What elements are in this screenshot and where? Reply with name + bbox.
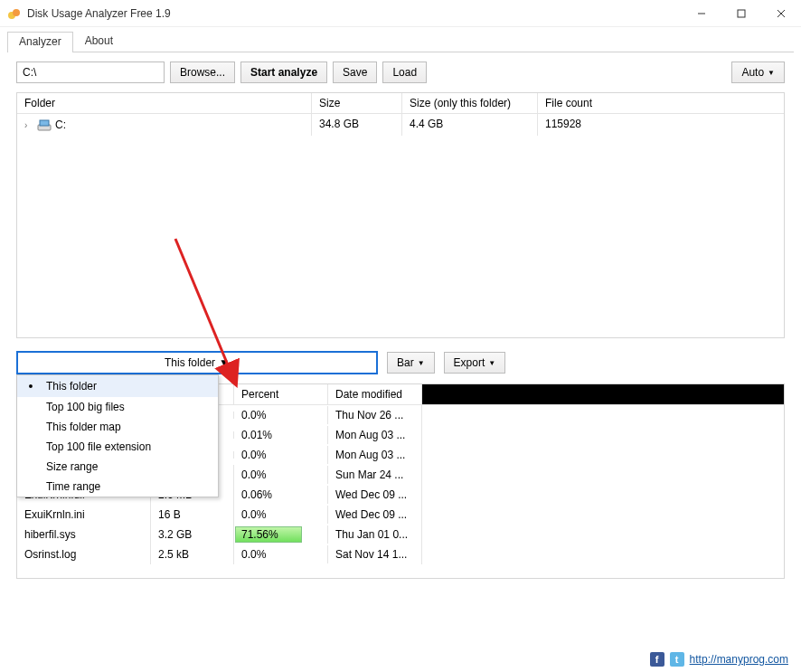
drive-icon: [37, 118, 52, 132]
file-percent: 0.0%: [234, 446, 328, 464]
twitter-icon[interactable]: t: [670, 652, 684, 667]
auto-button[interactable]: Auto▼: [731, 62, 785, 83]
dropdown-item-label: Top 100 file extension: [46, 440, 151, 453]
maximize-button[interactable]: [721, 0, 761, 27]
tree-header-size[interactable]: Size: [312, 93, 402, 113]
path-input[interactable]: [16, 62, 165, 83]
view-dropdown-item[interactable]: Size range: [17, 457, 218, 477]
tab-analyzer[interactable]: Analyzer: [7, 32, 73, 52]
window-title: Disk Usage Analyzer Free 1.9: [27, 7, 682, 20]
file-percent: 0.0%: [234, 506, 328, 524]
dropdown-item-label: Top 100 big files: [46, 401, 125, 413]
tree-header-count[interactable]: File count: [538, 93, 610, 113]
footer: f t http://manyprog.com: [650, 652, 788, 667]
dropdown-item-label: Size range: [46, 460, 98, 473]
folder-tree-panel: Folder Size Size (only this folder) File…: [16, 92, 785, 338]
browse-button[interactable]: Browse...: [170, 62, 235, 83]
file-date: Thu Nov 26 ...: [328, 405, 422, 425]
close-button[interactable]: [761, 0, 801, 27]
chevron-down-icon: ▼: [418, 359, 425, 367]
file-row[interactable]: ExuiKrnln.ini16 B0.0%Wed Dec 09 ...: [17, 505, 784, 525]
file-percent: 0.01%: [234, 426, 328, 444]
view-dropdown-item[interactable]: Top 100 big files: [17, 397, 218, 417]
file-date: Sat Nov 14 1...: [328, 544, 422, 564]
tree-row-name: C:: [55, 118, 66, 131]
tree-header-folder[interactable]: Folder: [17, 93, 312, 113]
dropdown-item-label: This folder: [46, 380, 97, 393]
svg-rect-3: [738, 10, 745, 17]
tree-header-only[interactable]: Size (only this folder): [402, 93, 538, 113]
file-percent: 0.06%: [234, 486, 328, 504]
file-row[interactable]: Osrinst.log2.5 kB0.0%Sat Nov 14 1...: [17, 544, 784, 564]
files-header-rest: [422, 384, 784, 404]
file-name: hiberfil.sys: [17, 525, 151, 544]
view-dropdown-menu: •This folderTop 100 big filesThis folder…: [16, 374, 219, 497]
file-size: 3.2 GB: [151, 525, 234, 544]
files-header-percent[interactable]: Percent: [234, 384, 328, 404]
file-date: Sun Mar 24 ...: [328, 465, 422, 485]
file-name: ExuiKrnln.ini: [17, 505, 151, 525]
file-date: Mon Aug 03 ...: [328, 425, 422, 445]
svg-point-1: [13, 9, 20, 16]
view-dropdown-button[interactable]: This folder ▼: [16, 351, 378, 374]
file-date: Wed Dec 09 ...: [328, 505, 422, 525]
start-analyze-button[interactable]: Start analyze: [240, 62, 327, 83]
toolbar: Browse... Start analyze Save Load Auto▼: [0, 52, 801, 92]
chevron-down-icon: ▼: [768, 69, 775, 77]
file-size: 2.5 kB: [151, 544, 234, 564]
view-bar: This folder ▼ Bar▼ Export▼ •This folderT…: [0, 338, 801, 383]
dropdown-item-label: Time range: [46, 480, 100, 493]
files-header-date[interactable]: Date modified: [328, 384, 422, 404]
dropdown-item-label: This folder map: [46, 421, 121, 433]
file-percent: 0.0%: [234, 545, 328, 563]
file-date: Mon Aug 03 ...: [328, 445, 422, 465]
save-button[interactable]: Save: [333, 62, 377, 83]
view-dropdown-item[interactable]: This folder map: [17, 417, 218, 437]
expand-icon[interactable]: ›: [24, 120, 33, 130]
file-date: Wed Dec 09 ...: [328, 485, 422, 505]
tree-row[interactable]: › C: 34.8 GB 4.4 GB 115928: [17, 114, 784, 136]
titlebar: Disk Usage Analyzer Free 1.9: [0, 0, 801, 27]
homepage-link[interactable]: http://manyprog.com: [690, 653, 788, 666]
file-percent: 0.0%: [234, 466, 328, 484]
tab-about[interactable]: About: [73, 31, 125, 52]
minimize-button[interactable]: [682, 0, 721, 27]
file-date: Thu Jan 01 0...: [328, 525, 422, 544]
load-button[interactable]: Load: [382, 62, 427, 83]
export-button[interactable]: Export▼: [444, 352, 506, 374]
file-percent: 0.0%: [234, 406, 328, 424]
view-dropdown-label: This folder: [165, 356, 215, 369]
tree-header: Folder Size Size (only this folder) File…: [17, 93, 784, 114]
app-icon: [7, 6, 22, 21]
view-dropdown-item[interactable]: •This folder: [17, 375, 218, 397]
chevron-down-icon: ▼: [219, 356, 230, 369]
bar-button[interactable]: Bar▼: [387, 352, 435, 374]
view-dropdown-item[interactable]: Time range: [17, 477, 218, 497]
tree-row-only: 4.4 GB: [402, 114, 538, 136]
file-percent: 71.56%: [234, 525, 328, 544]
tree-row-size: 34.8 GB: [312, 114, 402, 136]
file-row[interactable]: hiberfil.sys3.2 GB71.56%Thu Jan 01 0...: [17, 525, 784, 544]
view-dropdown-item[interactable]: Top 100 file extension: [17, 437, 218, 457]
svg-rect-7: [40, 120, 49, 126]
tree-row-count: 115928: [538, 114, 610, 136]
chevron-down-icon: ▼: [488, 359, 495, 367]
file-size: 16 B: [151, 505, 234, 525]
bullet-icon: •: [23, 379, 39, 393]
facebook-icon[interactable]: f: [650, 652, 664, 667]
file-name: Osrinst.log: [17, 544, 151, 564]
tab-strip: Analyzer About: [7, 31, 794, 52]
